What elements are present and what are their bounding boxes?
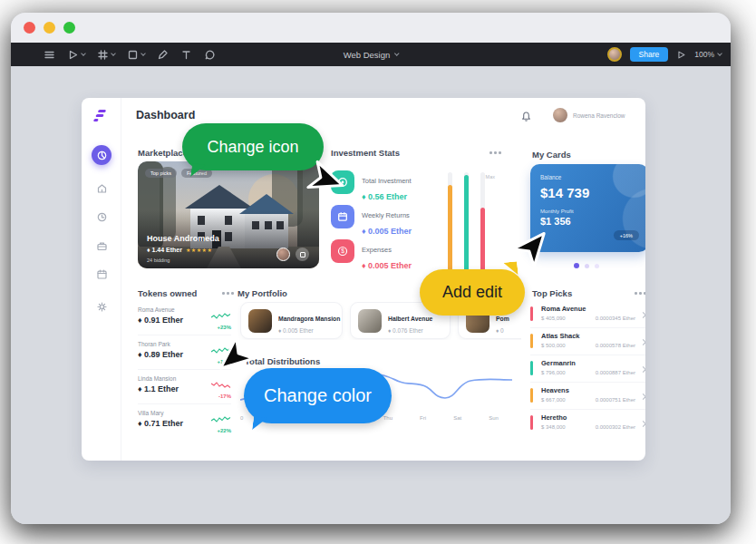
maximize-icon[interactable] [63,22,75,34]
callout-text: Change icon [207,138,298,157]
text-tool-icon[interactable] [180,49,192,61]
chevron-right-icon[interactable] [640,312,645,318]
chevron-right-icon[interactable] [640,421,645,427]
badge-top-picks[interactable]: Top picks [145,169,177,178]
gallery-icon[interactable] [296,248,309,261]
bidder-avatar[interactable] [276,248,290,261]
property-price: ♦ 1.44 Ether [147,247,182,253]
pick-name: Heretho [541,413,567,422]
portfolio-card[interactable]: Mandragora Mansion ♦ 0.005 Ether [240,302,343,339]
top-pick-row[interactable]: Atlas Shack $ 500,000 0.0000578 Ether [530,330,645,355]
zoom-level-label: 100% [694,50,714,59]
profit-change-badge: +16% [614,230,639,240]
pick-price: $ 348,000 [541,424,566,430]
x-tick: Sun [489,415,499,421]
card-carousel-dots [574,263,599,268]
property-thumbnail [248,309,272,333]
calendar-icon [331,205,354,228]
carousel-dot[interactable] [585,264,589,268]
dollar-icon: $ [331,239,354,263]
bar-track [448,172,452,276]
more-menu-icon[interactable] [635,292,645,295]
sidebar-item-portfolio[interactable] [92,236,111,256]
dashboard-sidebar [82,98,121,461]
pick-price: $ 500,000 [541,343,566,348]
pick-ether: 0.0000578 Ether [596,343,635,348]
menu-icon[interactable] [44,49,55,61]
stat-value: ♦ 0.005 Ether [362,227,412,236]
chevron-right-icon[interactable] [640,366,645,373]
token-change: +23% [211,325,231,330]
sidebar-item-settings[interactable] [92,296,111,316]
token-row[interactable]: Villa Mary ♦ 0.71 Ether +22% [138,406,231,439]
stat-label: Expenses [362,246,392,254]
marketplace-card[interactable]: Top picks Featured House Andromeda ♦ 1.4… [138,161,319,268]
token-row[interactable]: Linda Mansion ♦ 1.1 Ether -17% [138,372,231,404]
profit-label: Monthly Profit [540,209,638,214]
sidebar-item-calendar[interactable] [92,264,111,284]
portfolio-name: Pom [496,316,509,322]
stat-row-expenses: $ Expenses ♦ 0.005 Ether [331,239,412,272]
callout-text: Change color [264,385,372,406]
avatar[interactable] [553,108,567,122]
minimize-icon[interactable] [44,22,55,34]
user-avatar[interactable] [607,47,622,62]
callout-add-edit: Add edit [420,269,525,316]
sidebar-item-dashboard[interactable] [92,145,111,165]
top-pick-row[interactable]: Heavens $ 667,000 0.0000751 Ether [530,384,645,410]
carousel-dot[interactable] [574,263,579,268]
bar-expenses [480,208,485,276]
top-pick-row[interactable]: Heretho $ 348,000 0.0000302 Ether [530,412,645,437]
top-pick-row[interactable]: Germanrin $ 796,000 0.0000887 Ether [530,357,645,383]
user-name: Rowena Ravenclow [573,112,625,119]
notifications-bell-icon[interactable] [520,110,532,126]
pick-ether: 0.0000751 Ether [596,397,635,403]
more-menu-icon[interactable] [222,292,234,295]
document-title[interactable]: Web Design [344,50,399,60]
zoom-control[interactable]: 100% [694,50,722,59]
more-menu-icon[interactable] [489,151,501,154]
toolbar-right-group: Share 100% [607,47,722,62]
balance-label: Balance [540,174,638,180]
frame-tool-icon[interactable] [127,49,145,61]
portfolio-value: ♦ 0.005 Ether [278,327,340,334]
screenshot-root: Web Design Share 100% [0,0,756,544]
stat-value: ♦ 0.56 Ether [362,192,407,201]
carousel-dot[interactable] [595,264,599,268]
cursor-tool-icon[interactable] [67,49,85,61]
stat-row-weekly-returns: Weekly Returns ♦ 0.005 Ether [331,205,412,238]
pick-price: $ 796,000 [541,370,566,375]
grid-tool-icon[interactable] [97,49,115,61]
close-icon[interactable] [24,22,35,34]
design-canvas[interactable]: Dashboard Rowena Ravenclow Marketplace [11,66,731,524]
accent-bar [530,388,533,403]
share-button[interactable]: Share [630,47,669,62]
pick-ether: 0.0000302 Ether [596,424,635,430]
present-play-icon[interactable] [676,50,686,60]
sparkline-up-icon [211,312,231,320]
bar-track [480,172,485,276]
stat-label: Weekly Returns [362,211,410,219]
top-pick-row[interactable]: Roma Avenue $ 405,090 0.0000345 Ether [530,303,645,328]
token-change: +22% [211,428,231,433]
marketplace-label: Marketplace [138,148,188,158]
pen-tool-icon[interactable] [157,49,169,61]
x-tick: Sat [453,415,461,421]
callout-text: Add edit [442,283,502,302]
comment-tool-icon[interactable] [204,49,216,61]
portfolio-value: ♦ 0 [496,327,509,334]
x-tick: Thu [383,415,393,421]
sidebar-item-history[interactable] [92,207,111,227]
pick-price: $ 405,090 [541,316,566,321]
my-portfolio-label: My Portfolio [237,288,287,298]
chevron-right-icon[interactable] [640,339,645,345]
bar-total-investment [448,185,452,276]
sidebar-item-home[interactable] [92,178,111,198]
property-thumbnail [358,309,382,333]
chevron-right-icon[interactable] [640,393,645,400]
pick-name: Roma Avenue [541,305,586,313]
token-row[interactable]: Roma Avenue ♦ 0.91 Ether +23% [138,303,231,335]
document-title-label: Web Design [344,50,391,60]
accent-bar [530,334,533,348]
sparkline-up-icon [211,415,231,423]
